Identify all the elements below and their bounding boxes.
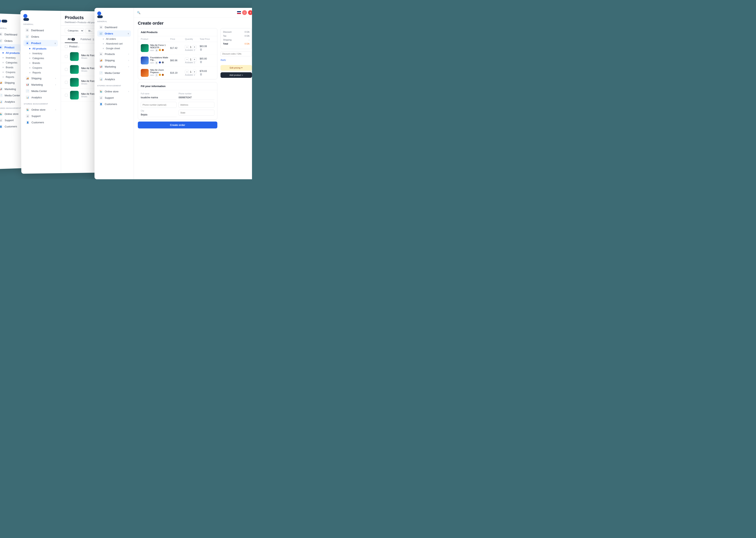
qty-minus-1[interactable]: − <box>185 45 189 49</box>
nav-support-3[interactable]: 🖨 Support <box>97 94 131 101</box>
qty-minus-2[interactable]: − <box>185 58 189 62</box>
order-product-img-1 <box>141 44 149 52</box>
logo-circle <box>0 19 1 23</box>
phone-field: Phone number <box>178 92 214 100</box>
sub-coupons-2[interactable]: Coupons <box>24 65 58 70</box>
sidebar-3: GENERAL ⊞ Dashboard 🛒 Orders ∨ All order… <box>95 8 134 179</box>
sub-google-sheet-3[interactable]: Google sheet <box>97 46 131 51</box>
select-all-checkbox[interactable] <box>65 45 68 48</box>
section-stores-2: STORES MANAGEMENT <box>24 103 58 105</box>
qty-control-2: − 1 + <box>185 58 200 62</box>
nav-support-2[interactable]: 🖨 Support <box>24 113 58 119</box>
product-checkbox-4[interactable] <box>65 94 68 96</box>
size-badge-1: 9 <box>155 49 158 52</box>
nav-shipping-2[interactable]: 🚚 Shipping › <box>24 75 58 81</box>
header-icons: U A <box>237 10 252 15</box>
create-order-button[interactable]: Create order <box>138 122 217 129</box>
tab-all[interactable]: All 1 <box>65 36 78 43</box>
support-icon: 🖨 <box>0 119 3 122</box>
nav-shipping-3[interactable]: 🚚 Shipping › <box>97 57 131 63</box>
phone-input[interactable] <box>178 95 214 100</box>
nav-customers-2[interactable]: 👤 Customers <box>24 119 58 126</box>
add-product-button[interactable]: Add product + <box>220 72 252 78</box>
left-column: Add Products Product Price Quantity Tota… <box>138 28 217 175</box>
inactive-dot-2b <box>29 58 30 59</box>
nav-marketing-2[interactable]: 📢 Marketing › <box>24 81 58 88</box>
nav-online-store-3[interactable]: 🏪 Online store › <box>97 88 131 94</box>
summary-tax: Tax 0 DA <box>223 35 250 37</box>
phone-optional-input[interactable] <box>141 102 177 108</box>
product-checkbox-1[interactable] <box>65 55 68 58</box>
marketing-icon-3: 📢 <box>99 65 103 68</box>
qty-control-1: − 1 + <box>185 45 200 49</box>
sort-button[interactable]: Product ↓ <box>69 45 79 48</box>
inactive-dot-3c <box>103 48 104 49</box>
categories-select[interactable]: Categories <box>65 28 84 33</box>
sub-all-orders-3[interactable]: All orders <box>97 37 131 41</box>
fill-info-card: Fill your information Full name Phone nu… <box>138 82 217 120</box>
sub-inventory-2[interactable]: Inventory <box>24 51 58 56</box>
qty-plus-1[interactable]: + <box>193 45 197 49</box>
inactive-dot-3b <box>103 43 104 44</box>
order-qty-2: − 1 + Available: 2 <box>185 58 200 64</box>
discount-code-input[interactable] <box>220 51 252 56</box>
active-dot <box>3 52 4 53</box>
order-product-row-2: Foundations Matte Flip... size: 5 <box>138 54 217 67</box>
marketing-arrow-3: › <box>128 66 129 68</box>
nav-marketing-3[interactable]: 📢 Marketing › <box>97 63 131 70</box>
edit-pricing-button[interactable]: Edit pricing ✏ <box>220 65 252 71</box>
total-value: 0 DA <box>245 42 250 45</box>
product-checkbox-3[interactable] <box>65 81 68 84</box>
fill-info-header: Fill your information <box>138 82 217 90</box>
nav-dashboard-2[interactable]: ⊞ Dashboard <box>24 27 58 34</box>
user-avatar-2[interactable]: A <box>248 10 252 15</box>
page-title: Create order <box>134 18 252 28</box>
customers-icon: 👤 <box>0 125 3 128</box>
customers-icon-3: 👤 <box>99 102 103 106</box>
qty-minus-3[interactable]: − <box>185 70 189 74</box>
user-avatar[interactable]: U <box>242 10 247 15</box>
sub-reports-2[interactable]: Reports <box>24 70 58 75</box>
delete-btn-1[interactable]: 🗑 <box>200 48 202 51</box>
search-icon[interactable]: 🔍 <box>137 11 140 14</box>
add-products-card: Add Products Product Price Quantity Tota… <box>138 28 217 80</box>
delete-btn-2[interactable]: 🗑 <box>200 60 202 63</box>
nav-media-2[interactable]: 📄 Media Center <box>24 88 58 94</box>
address-input[interactable] <box>178 102 214 108</box>
state-field <box>178 110 214 117</box>
nav-analytics-2[interactable]: 📊 Analytics <box>24 94 58 100</box>
main-create-order: 🔍 U A Create order Add Products Product … <box>134 8 252 179</box>
sub-abandoned-3[interactable]: Abandoned cart <box>97 41 131 46</box>
order-total-1: $83.08 🗑 <box>200 45 214 51</box>
city-input[interactable] <box>141 113 177 117</box>
order-total-3: $78.83 🗑 <box>200 70 214 76</box>
nav-products-3[interactable]: ◈ Products › <box>97 51 131 57</box>
nav-analytics-3[interactable]: 📊 Analytics <box>97 76 131 82</box>
nav-product-2[interactable]: ◈ Product ∨ <box>24 40 58 46</box>
nav-orders-2[interactable]: 🛒 Orders <box>24 33 58 40</box>
dashboard-icon: ⊞ <box>0 32 2 36</box>
nav-dashboard-3[interactable]: ⊞ Dashboard <box>97 24 131 30</box>
qty-plus-3[interactable]: + <box>193 70 197 74</box>
product-thumb-1 <box>70 52 79 61</box>
apply-button[interactable]: Apply <box>220 59 226 61</box>
nav-online-store-2[interactable]: 🏪 Online store › <box>24 106 58 113</box>
sub-all-products-2[interactable]: All products <box>24 46 58 51</box>
address-field <box>178 102 214 108</box>
qty-plus-2[interactable]: + <box>193 58 197 62</box>
full-name-input[interactable] <box>141 95 177 100</box>
state-input[interactable] <box>178 110 214 116</box>
product-thumb-4 <box>70 91 79 99</box>
qty-control-3: − 1 + <box>185 70 200 74</box>
sub-categories-2[interactable]: Categories <box>24 56 58 61</box>
delete-btn-3[interactable]: 🗑 <box>200 73 202 76</box>
product-checkbox-2[interactable] <box>65 68 68 71</box>
shipping-value: - <box>249 39 250 41</box>
nav-customers-3[interactable]: 👤 Customers <box>97 101 131 107</box>
shipping-icon-3: 🚚 <box>99 59 103 62</box>
nav-orders-3[interactable]: 🛒 Orders ∨ <box>97 30 131 37</box>
sub-brands-2[interactable]: Brands <box>24 61 58 66</box>
order-price-1: $17.42 <box>170 47 185 49</box>
nav-media-3[interactable]: 📄 Media Center <box>97 70 131 76</box>
logo-rect <box>2 20 7 23</box>
